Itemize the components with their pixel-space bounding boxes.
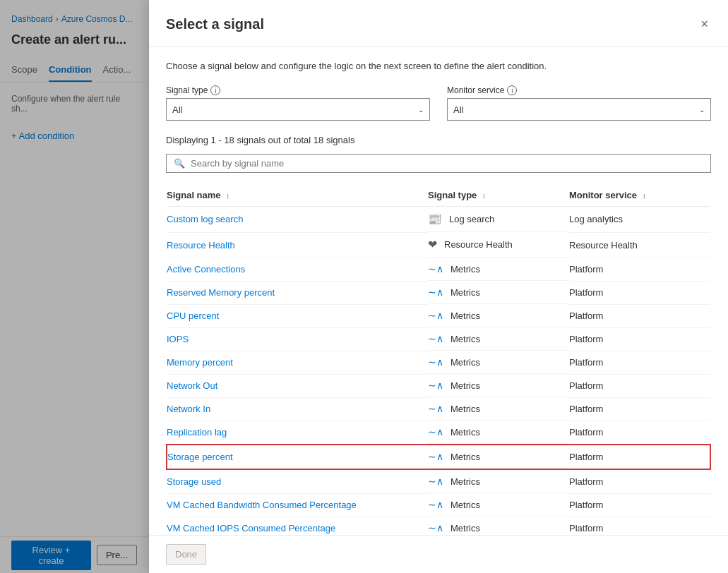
- monitor-service-select[interactable]: All ⌄: [447, 98, 711, 121]
- table-row[interactable]: Reserved Memory percent ∼∧ Metrics Platf…: [167, 281, 710, 304]
- modal-footer: Done: [149, 535, 728, 573]
- signal-name-link[interactable]: Memory percent: [167, 357, 233, 368]
- signal-type-text: Metrics: [450, 452, 480, 462]
- signal-name-link[interactable]: VM Cached Bandwidth Consumed Percentage: [167, 500, 357, 510]
- signal-name-link[interactable]: Storage percent: [167, 452, 233, 462]
- signal-type-cell: ∼∧ Metrics: [428, 351, 569, 374]
- table-row[interactable]: IOPS ∼∧ Metrics Platform: [167, 327, 710, 351]
- table-row[interactable]: Storage percent ∼∧ Metrics Platform: [167, 445, 710, 469]
- signal-name-cell: Storage percent: [167, 445, 428, 469]
- monitor-service-text: Platform: [569, 264, 603, 275]
- log-search-icon: 📰: [428, 212, 442, 226]
- monitor-service-chevron: ⌄: [699, 106, 705, 114]
- table-row[interactable]: Storage used ∼∧ Metrics Platform: [167, 469, 710, 493]
- modal-description: Choose a signal below and configure the …: [166, 61, 711, 71]
- monitor-service-text: Resource Health: [569, 240, 638, 251]
- search-box[interactable]: 🔍: [166, 154, 711, 173]
- sort-signal-type-icon[interactable]: ↕: [482, 192, 486, 200]
- signal-name-cell: Reserved Memory percent: [167, 281, 428, 304]
- signal-name-cell: Network In: [167, 397, 428, 421]
- monitor-service-cell: Platform: [569, 374, 710, 397]
- search-icon: 🔍: [174, 158, 185, 169]
- monitor-service-cell: Platform: [569, 421, 710, 445]
- signal-type-select[interactable]: All ⌄: [166, 98, 430, 121]
- col-signal-name: Signal name ↕: [167, 184, 428, 207]
- monitor-service-cell: Platform: [569, 493, 710, 517]
- signal-type-cell: ❤ Resource Health: [428, 232, 569, 258]
- metrics-icon: ∼∧: [428, 476, 443, 487]
- signal-type-text: Metrics: [450, 500, 480, 510]
- monitor-service-text: Platform: [569, 427, 603, 438]
- table-row[interactable]: Memory percent ∼∧ Metrics Platform: [167, 351, 710, 374]
- signal-name-link[interactable]: Replication lag: [167, 427, 227, 438]
- close-button[interactable]: ×: [698, 14, 711, 35]
- signal-name-link[interactable]: Storage used: [167, 476, 221, 487]
- monitor-service-cell: Platform: [569, 304, 710, 327]
- signal-type-cell: ∼∧ Metrics: [428, 517, 569, 535]
- monitor-service-text: Platform: [569, 452, 603, 462]
- metrics-icon: ∼∧: [428, 522, 443, 533]
- signal-name-cell: Replication lag: [167, 421, 428, 445]
- sort-monitor-service-icon[interactable]: ↕: [643, 192, 646, 200]
- done-button[interactable]: Done: [166, 544, 206, 565]
- metrics-icon: ∼∧: [428, 451, 443, 462]
- table-row[interactable]: VM Cached Bandwidth Consumed Percentage …: [167, 493, 710, 517]
- table-row[interactable]: Resource Health ❤ Resource Health Resour…: [167, 232, 710, 258]
- monitor-service-text: Platform: [569, 500, 603, 510]
- signal-type-cell: ∼∧ Metrics: [428, 327, 569, 351]
- signal-name-link[interactable]: IOPS: [167, 334, 189, 344]
- signal-name-cell: IOPS: [167, 327, 428, 351]
- search-input[interactable]: [191, 158, 703, 169]
- metrics-icon: ∼∧: [428, 263, 443, 275]
- monitor-service-cell: Log analytics: [569, 207, 710, 233]
- signal-type-text: Metrics: [450, 287, 480, 298]
- monitor-service-text: Platform: [569, 287, 603, 298]
- sort-signal-name-icon[interactable]: ↕: [226, 192, 229, 200]
- signal-name-link[interactable]: CPU percent: [167, 310, 219, 321]
- signal-type-cell: ∼∧ Metrics: [428, 258, 569, 281]
- monitor-service-text: Platform: [569, 476, 603, 487]
- table-header-row: Signal name ↕ Signal type ↕ Monitor serv…: [167, 184, 710, 207]
- signal-type-info-icon[interactable]: i: [210, 85, 220, 95]
- select-signal-modal: Select a signal × Choose a signal below …: [149, 0, 728, 573]
- signal-type-chevron: ⌄: [418, 106, 424, 114]
- monitor-service-cell: Platform: [569, 469, 710, 493]
- monitor-service-info-icon[interactable]: i: [507, 85, 517, 95]
- signal-name-link[interactable]: Reserved Memory percent: [167, 287, 275, 298]
- signal-type-text: Metrics: [450, 334, 480, 344]
- metrics-icon: ∼∧: [428, 286, 443, 298]
- signal-type-text: Metrics: [450, 380, 480, 391]
- signal-name-link[interactable]: Custom log search: [167, 214, 243, 224]
- table-row[interactable]: Replication lag ∼∧ Metrics Platform: [167, 421, 710, 445]
- signal-type-filter: Signal type i All ⌄: [166, 85, 430, 121]
- signal-name-link[interactable]: Resource Health: [167, 240, 235, 251]
- signal-name-link[interactable]: Network In: [167, 404, 210, 414]
- signal-name-cell: Custom log search: [167, 207, 428, 233]
- modal-title: Select a signal: [166, 16, 264, 32]
- signal-type-cell: ∼∧ Metrics: [428, 421, 569, 444]
- metrics-icon: ∼∧: [428, 499, 443, 510]
- table-row[interactable]: Active Connections ∼∧ Metrics Platform: [167, 258, 710, 281]
- table-row[interactable]: Network Out ∼∧ Metrics Platform: [167, 374, 710, 397]
- signal-name-link[interactable]: Active Connections: [167, 264, 245, 275]
- signal-type-text: Metrics: [450, 476, 480, 487]
- signal-name-link[interactable]: Network Out: [167, 380, 217, 391]
- signal-name-cell: Storage used: [167, 469, 428, 493]
- signal-type-text: Metrics: [450, 427, 480, 438]
- table-row[interactable]: Network In ∼∧ Metrics Platform: [167, 397, 710, 421]
- monitor-service-cell: Platform: [569, 258, 710, 281]
- col-monitor-service: Monitor service ↕: [569, 184, 710, 207]
- signal-name-cell: Network Out: [167, 374, 428, 397]
- table-row[interactable]: VM Cached IOPS Consumed Percentage ∼∧ Me…: [167, 517, 710, 535]
- signal-name-link[interactable]: VM Cached IOPS Consumed Percentage: [167, 523, 335, 533]
- table-row[interactable]: CPU percent ∼∧ Metrics Platform: [167, 304, 710, 327]
- metrics-icon: ∼∧: [428, 403, 443, 414]
- table-row[interactable]: Custom log search 📰 Log search Log analy…: [167, 207, 710, 233]
- signal-type-cell: ∼∧ Metrics: [428, 397, 569, 421]
- modal-header: Select a signal ×: [149, 0, 728, 47]
- signal-type-text: Metrics: [450, 357, 480, 368]
- monitor-service-cell: Platform: [569, 281, 710, 304]
- signal-name-cell: VM Cached IOPS Consumed Percentage: [167, 517, 428, 535]
- signal-type-label: Signal type i: [166, 85, 430, 95]
- signal-name-cell: Memory percent: [167, 351, 428, 374]
